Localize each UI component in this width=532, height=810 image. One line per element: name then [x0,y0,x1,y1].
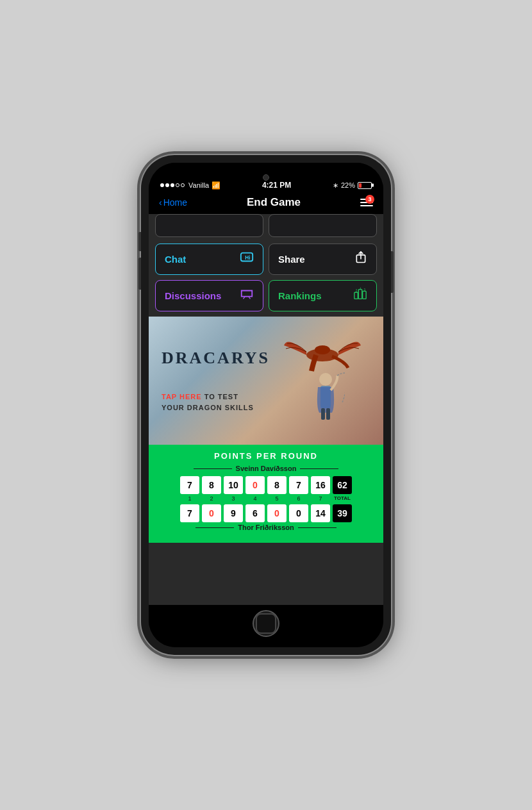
chat-label: Chat [165,254,186,265]
svg-text:Hi: Hi [245,255,250,261]
chat-icon: Hi [240,251,254,268]
round-label-5: 5 [267,495,287,502]
p2-score-4: 6 [245,504,265,522]
status-time: 4:21 PM [262,181,291,190]
signal-dot-2 [165,183,169,187]
content-area: Chat Hi Share [149,214,383,605]
menu-button[interactable]: 3 [360,199,373,206]
p1-score-5: 8 [267,476,287,494]
back-label: Home [163,197,187,208]
status-left: Vanilla 📶 [160,181,220,190]
rankings-icon: 2 1 3 [353,287,367,304]
dracarys-title: DRACARYS [162,349,270,368]
round-label-2: 2 [202,495,221,502]
volume-down-button[interactable] [138,258,141,290]
share-button[interactable]: Share [269,244,377,275]
p1-score-6: 7 [289,476,308,494]
round-label-total: TOTAL [333,495,352,502]
tap-here-label: TAP HERE [162,393,202,401]
top-buttons-row [149,214,383,237]
discussions-label: Discussions [165,290,221,301]
signal-dot-1 [160,183,164,187]
home-button-inner [256,613,276,634]
round-label-7: 7 [311,495,330,502]
svg-rect-14 [326,408,330,420]
back-button[interactable]: ‹ Home [159,197,187,208]
page-title: End Game [247,196,301,209]
signal-dot-3 [170,183,174,187]
rankings-label: Rankings [278,290,322,301]
p1-total: 62 [333,476,352,494]
signal-strength [160,183,185,187]
home-button[interactable] [253,610,279,637]
p2-score-1: 7 [180,504,199,522]
share-icon [354,251,367,268]
svg-rect-5 [363,291,367,299]
battery-body [358,182,372,189]
volume-up-button[interactable] [138,232,141,251]
p2-score-3: 9 [224,504,243,522]
top-button-right[interactable] [269,214,377,237]
round-label-4: 4 [245,495,265,502]
power-button[interactable] [391,251,394,293]
svg-point-11 [319,373,332,386]
tap-here-text: TAP HERE TO TESTYOUR DRAGON SKILLS [162,392,254,413]
battery-percent: 22% [341,181,355,189]
points-title: POINTS PER ROUND [155,451,377,461]
round-labels-row: 1 2 3 4 5 6 7 TOTAL [155,495,377,502]
player1-scores-row: 7 8 10 0 8 7 16 62 [155,476,377,494]
bluetooth-icon: ∗ [333,181,338,190]
player1-name: Sveinn Davíðsson [155,465,377,472]
svg-point-10 [315,345,330,354]
svg-rect-4 [354,292,358,299]
rankings-button[interactable]: Rankings 2 1 3 [269,280,377,311]
svg-rect-3 [358,290,362,299]
camera [263,174,269,181]
p1-score-1: 7 [180,476,199,494]
hamburger-line-3 [360,205,373,206]
svg-rect-13 [321,408,325,420]
discussions-icon [240,287,254,304]
round-label-6: 6 [289,495,308,502]
dracarys-banner[interactable]: DRACARYS TAP HERE TO TESTYOUR DRAGON SKI… [149,317,383,445]
phone-screen: Vanilla 📶 4:21 PM ∗ 22% ‹ Home End Game [149,163,383,647]
p2-score-7: 14 [311,504,330,522]
p2-total: 39 [333,504,352,522]
player2-name: Thor Friðriksson [155,524,377,531]
notification-badge: 3 [365,195,374,204]
share-label: Share [278,254,305,265]
status-right: ∗ 22% [333,181,372,190]
p2-score-5: 0 [267,504,287,522]
round-label-1: 1 [180,495,199,502]
chat-button[interactable]: Chat Hi [155,244,263,275]
action-buttons-grid: Chat Hi Share [149,238,383,317]
phone-device: Vanilla 📶 4:21 PM ∗ 22% ‹ Home End Game [141,155,391,655]
battery-indicator [358,182,372,189]
back-chevron-icon: ‹ [159,197,162,208]
navigation-bar: ‹ Home End Game 3 [149,194,383,214]
signal-dot-5 [181,183,185,187]
figure-image [306,368,345,432]
top-button-left[interactable] [155,214,263,237]
p2-score-6: 0 [289,504,308,522]
p1-score-2: 8 [202,476,221,494]
round-label-3: 3 [224,495,243,502]
player2-scores-row: 7 0 9 6 0 0 14 39 [155,504,377,522]
home-button-area [149,605,383,647]
discussions-button[interactable]: Discussions [155,280,263,311]
wifi-icon: 📶 [212,181,220,190]
p2-score-2: 0 [202,504,221,522]
points-section: POINTS PER ROUND Sveinn Davíðsson 7 8 10… [149,445,383,543]
battery-fill [359,183,362,188]
signal-dot-4 [176,183,179,187]
p1-score-3: 10 [224,476,243,494]
carrier-name: Vanilla [188,181,209,189]
p1-score-4: 0 [245,476,265,494]
p1-score-7: 16 [311,476,330,494]
